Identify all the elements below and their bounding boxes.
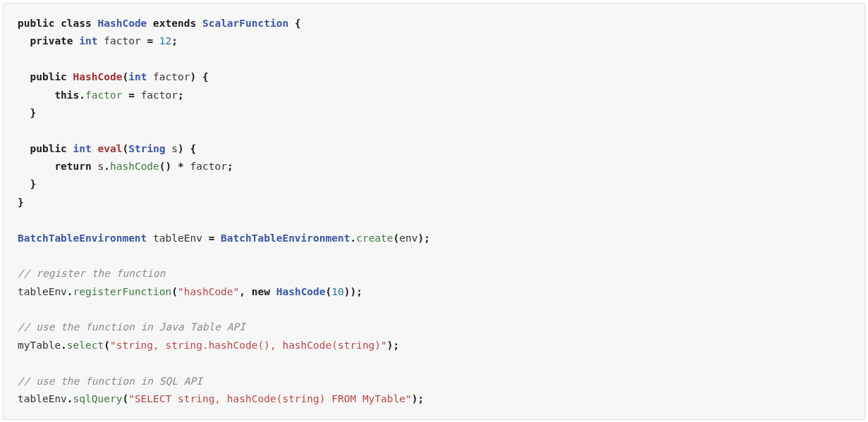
code-line: // use the function in SQL API: [18, 376, 202, 387]
paren-close-semi: );: [418, 232, 430, 244]
identifier: env: [399, 232, 417, 244]
method-name: eval: [98, 143, 123, 154]
code-line: private int factor = 12;: [18, 35, 178, 46]
keyword-extends: extends: [153, 18, 196, 29]
paren-open: (: [171, 286, 178, 297]
semicolon: ;: [178, 89, 184, 101]
identifier: factor: [104, 35, 140, 46]
paren-open: (: [104, 340, 110, 351]
keyword-public: public: [30, 143, 66, 154]
field-factor: factor: [85, 89, 122, 101]
semicolon: ;: [171, 35, 178, 46]
code-line: return s.hashCode() * factor;: [18, 161, 233, 172]
type-batchtableenvironment: BatchTableEnvironment: [221, 232, 350, 244]
paren-open: (: [393, 232, 400, 244]
keyword-public: public: [18, 18, 54, 29]
brace-close: }: [30, 178, 36, 190]
comment: // use the function in Java Table API: [18, 321, 245, 333]
keyword-private: private: [30, 35, 73, 46]
code-line: // use the function in Java Table API: [18, 321, 245, 333]
keyword-new: new: [252, 286, 270, 297]
identifier: s: [98, 161, 104, 172]
code-line: myTable.select("string, string.hashCode(…: [18, 340, 399, 351]
dot: .: [104, 161, 110, 172]
equals: =: [147, 35, 153, 46]
type-int: int: [128, 71, 147, 82]
paren-close-semi: );: [387, 340, 399, 351]
code-line: BatchTableEnvironment tableEnv = BatchTa…: [18, 232, 430, 244]
string-literal: "SELECT string, hashCode(string) FROM My…: [128, 393, 412, 404]
paren-open: (: [122, 393, 128, 404]
equals: =: [209, 232, 215, 244]
keyword-class: class: [61, 18, 92, 29]
paren-open: (: [326, 286, 332, 297]
type-string: String: [128, 143, 165, 154]
parens: (): [159, 161, 171, 172]
number-literal: 12: [159, 35, 171, 46]
code-line: // register the function: [18, 268, 166, 279]
code-line: public HashCode(int factor) {: [18, 71, 209, 82]
code-line: }: [18, 107, 36, 118]
brace-open: {: [295, 18, 301, 29]
semicolon: ;: [227, 161, 233, 172]
operator: *: [178, 161, 184, 172]
paren-close: ): [178, 143, 184, 154]
string-literal: "string, string.hashCode(), hashCode(str…: [110, 340, 387, 351]
code-line: this.factor = factor;: [18, 89, 184, 101]
param: factor: [153, 71, 190, 82]
brace-close: }: [30, 107, 36, 118]
code-block: public class HashCode extends ScalarFunc…: [3, 3, 865, 420]
dot: .: [67, 286, 73, 297]
constructor-name: HashCode: [73, 71, 123, 82]
identifier: tableEnv: [18, 286, 67, 297]
brace-open: {: [202, 71, 209, 82]
type-hashcode: HashCode: [98, 18, 147, 29]
method-call: sqlQuery: [73, 393, 123, 404]
code-line: tableEnv.sqlQuery("SELECT string, hashCo…: [18, 393, 424, 404]
code-line: public class HashCode extends ScalarFunc…: [18, 18, 301, 29]
method-call: select: [67, 340, 104, 351]
dot: .: [67, 393, 73, 404]
method-call: hashCode: [110, 161, 159, 172]
type-int: int: [73, 143, 92, 154]
paren-close-semi: );: [412, 393, 424, 404]
comment: // use the function in SQL API: [18, 376, 202, 387]
identifier: tableEnv: [18, 393, 67, 404]
number-literal: 10: [331, 286, 343, 297]
type-batchtableenvironment: BatchTableEnvironment: [18, 232, 147, 244]
type-hashcode: HashCode: [276, 286, 326, 297]
equals: =: [128, 89, 135, 101]
dot: .: [350, 232, 356, 244]
dot: .: [61, 340, 67, 351]
identifier: factor: [190, 161, 227, 172]
code-line: tableEnv.registerFunction("hashCode", ne…: [18, 286, 362, 297]
type-scalarfunction: ScalarFunction: [202, 18, 288, 29]
type-int: int: [79, 35, 97, 46]
keyword-this: this: [54, 89, 79, 101]
paren-close-semi: ));: [344, 286, 362, 297]
paren-close: ): [190, 71, 197, 82]
paren-open: (: [122, 143, 128, 154]
paren-open: (: [122, 71, 128, 82]
keyword-return: return: [54, 161, 91, 172]
brace-close: }: [18, 197, 24, 208]
code-line: }: [18, 178, 36, 190]
identifier: myTable: [18, 340, 61, 351]
method-call: registerFunction: [73, 286, 172, 297]
method-call: create: [356, 232, 393, 244]
code-line: public int eval(String s) {: [18, 143, 196, 154]
brace-open: {: [190, 143, 197, 154]
comment: // register the function: [18, 268, 166, 279]
dot: .: [79, 89, 85, 101]
param: s: [171, 143, 178, 154]
identifier: factor: [141, 89, 178, 101]
identifier: tableEnv: [153, 232, 202, 244]
keyword-public: public: [30, 71, 66, 82]
string-literal: "hashCode": [178, 286, 239, 297]
code-line: }: [18, 197, 24, 208]
comma: ,: [239, 286, 245, 297]
